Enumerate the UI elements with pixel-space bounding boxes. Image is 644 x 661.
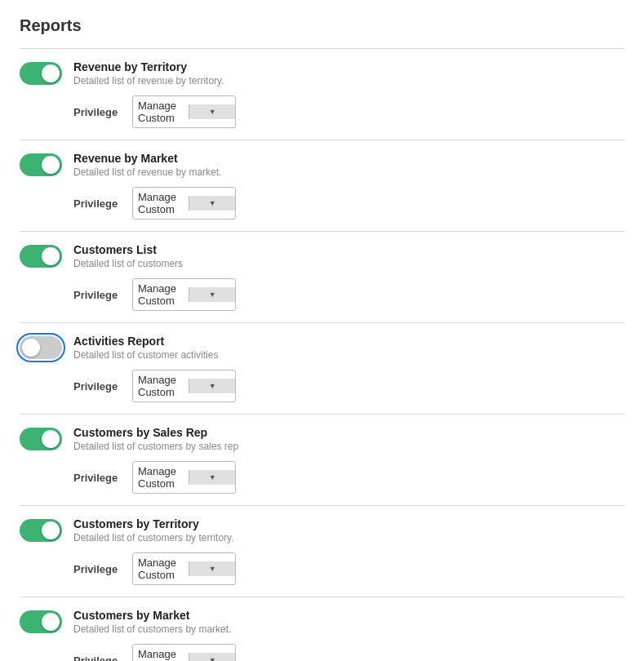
toggle-knob-customers-by-sales-rep (42, 430, 60, 448)
privilege-row-customers-by-market: PrivilegeManage Custom▼ (73, 644, 624, 661)
report-header-revenue-by-market: Revenue by MarketDetailed list of revenu… (20, 152, 624, 179)
toggle-revenue-by-territory[interactable] (20, 62, 62, 85)
toggle-customers-by-sales-rep[interactable] (20, 428, 62, 450)
report-item-customers-by-sales-rep: Customers by Sales RepDetailed list of c… (20, 414, 624, 505)
toggle-knob-revenue-by-market (42, 156, 60, 174)
toggle-knob-revenue-by-territory (42, 64, 60, 82)
privilege-select-activities-report[interactable]: Manage Custom▼ (132, 370, 236, 402)
privilege-row-activities-report: PrivilegeManage Custom▼ (73, 370, 624, 402)
privilege-row-revenue-by-territory: PrivilegeManage Custom▼ (73, 95, 624, 128)
privilege-value-customers-list: Manage Custom (138, 282, 184, 307)
report-name-customers-by-sales-rep: Customers by Sales Rep (73, 426, 624, 439)
privilege-label-activities-report: Privilege (73, 380, 122, 393)
report-item-customers-by-territory: Customers by TerritoryDetailed list of c… (20, 505, 624, 597)
report-desc-customers-list: Detailed list of customers (73, 258, 624, 269)
toggle-wrapper-customers-by-market (20, 610, 62, 636)
privilege-row-customers-by-sales-rep: PrivilegeManage Custom▼ (73, 461, 624, 494)
dropdown-arrow-revenue-by-territory: ▼ (189, 104, 235, 119)
report-item-revenue-by-territory: Revenue by TerritoryDetailed list of rev… (20, 48, 624, 140)
toggle-knob-customers-by-territory (42, 521, 60, 539)
privilege-value-customers-by-sales-rep: Manage Custom (138, 465, 184, 490)
toggle-wrapper-customers-by-territory (20, 519, 62, 544)
report-desc-revenue-by-territory: Detailed list of revenue by territory. (73, 75, 624, 87)
report-name-customers-by-territory: Customers by Territory (73, 517, 624, 530)
privilege-label-customers-by-sales-rep: Privilege (73, 472, 122, 484)
report-name-revenue-by-market: Revenue by Market (73, 152, 624, 165)
dropdown-arrow-customers-by-sales-rep: ▼ (189, 470, 235, 485)
privilege-row-revenue-by-market: PrivilegeManage Custom▼ (73, 187, 624, 220)
report-name-revenue-by-territory: Revenue by Territory (73, 60, 624, 73)
privilege-value-revenue-by-territory: Manage Custom (138, 100, 184, 124)
report-item-customers-list: Customers ListDetailed list of customers… (20, 231, 624, 322)
report-name-activities-report: Activities Report (73, 335, 624, 348)
toggle-wrapper-revenue-by-territory (20, 62, 62, 87)
report-name-customers-by-market: Customers by Market (73, 609, 624, 622)
dropdown-arrow-customers-list: ▼ (189, 287, 235, 302)
privilege-row-customers-by-territory: PrivilegeManage Custom▼ (73, 552, 624, 585)
report-header-customers-by-sales-rep: Customers by Sales RepDetailed list of c… (20, 426, 624, 453)
toggle-wrapper-activities-report (20, 336, 62, 362)
toggle-wrapper-customers-by-sales-rep (20, 428, 62, 453)
privilege-select-customers-by-sales-rep[interactable]: Manage Custom▼ (132, 461, 236, 494)
report-text-customers-list: Customers ListDetailed list of customers (73, 243, 624, 269)
toggle-knob-customers-list (42, 247, 60, 265)
report-header-activities-report: Activities ReportDetailed list of custom… (20, 335, 624, 362)
privilege-value-customers-by-territory: Manage Custom (138, 557, 184, 581)
privilege-select-customers-by-market[interactable]: Manage Custom▼ (132, 644, 236, 661)
privilege-label-revenue-by-market: Privilege (73, 197, 122, 210)
report-header-revenue-by-territory: Revenue by TerritoryDetailed list of rev… (20, 60, 624, 87)
privilege-value-customers-by-market: Manage Custom (138, 648, 184, 661)
dropdown-arrow-customers-by-market: ▼ (189, 653, 235, 661)
privilege-label-customers-by-territory: Privilege (73, 563, 122, 575)
privilege-label-customers-by-market: Privilege (73, 654, 122, 662)
dropdown-arrow-revenue-by-market: ▼ (189, 196, 235, 211)
page-title: Reports (20, 16, 624, 35)
toggle-wrapper-customers-list (20, 245, 62, 270)
report-item-revenue-by-market: Revenue by MarketDetailed list of revenu… (20, 140, 624, 231)
report-name-customers-list: Customers List (73, 243, 624, 256)
report-text-activities-report: Activities ReportDetailed list of custom… (73, 335, 624, 361)
privilege-select-revenue-by-territory[interactable]: Manage Custom▼ (132, 95, 236, 128)
dropdown-arrow-activities-report: ▼ (189, 379, 235, 393)
report-text-revenue-by-territory: Revenue by TerritoryDetailed list of rev… (73, 60, 624, 87)
privilege-value-activities-report: Manage Custom (138, 374, 184, 398)
toggle-customers-list[interactable] (20, 245, 62, 268)
report-text-revenue-by-market: Revenue by MarketDetailed list of revenu… (73, 152, 624, 178)
toggle-knob-customers-by-market (42, 613, 60, 631)
dropdown-arrow-customers-by-territory: ▼ (189, 561, 235, 576)
report-item-customers-by-market: Customers by MarketDetailed list of cust… (20, 597, 624, 661)
toggle-customers-by-territory[interactable] (20, 519, 62, 542)
report-text-customers-by-territory: Customers by TerritoryDetailed list of c… (73, 517, 624, 543)
privilege-select-revenue-by-market[interactable]: Manage Custom▼ (132, 187, 236, 220)
report-header-customers-list: Customers ListDetailed list of customers (20, 243, 624, 270)
report-header-customers-by-market: Customers by MarketDetailed list of cust… (20, 609, 624, 636)
report-desc-activities-report: Detailed list of customer activities (73, 349, 624, 361)
toggle-wrapper-revenue-by-market (20, 153, 62, 179)
privilege-select-customers-list[interactable]: Manage Custom▼ (132, 278, 236, 311)
toggle-customers-by-market[interactable] (20, 610, 62, 633)
toggle-activities-report[interactable] (20, 336, 62, 359)
toggle-knob-activities-report (22, 339, 40, 357)
report-desc-customers-by-sales-rep: Detailed list of customers by sales rep (73, 441, 624, 452)
reports-page: Reports Revenue by TerritoryDetailed lis… (0, 0, 644, 661)
report-text-customers-by-market: Customers by MarketDetailed list of cust… (73, 609, 624, 635)
report-text-customers-by-sales-rep: Customers by Sales RepDetailed list of c… (73, 426, 624, 452)
privilege-select-customers-by-territory[interactable]: Manage Custom▼ (132, 552, 236, 585)
privilege-row-customers-list: PrivilegeManage Custom▼ (73, 278, 624, 311)
report-desc-customers-by-market: Detailed list of customers by market. (73, 623, 624, 635)
privilege-label-customers-list: Privilege (73, 289, 122, 301)
toggle-revenue-by-market[interactable] (20, 153, 62, 176)
report-header-customers-by-territory: Customers by TerritoryDetailed list of c… (20, 517, 624, 544)
report-item-activities-report: Activities ReportDetailed list of custom… (20, 322, 624, 414)
report-desc-customers-by-territory: Detailed list of customers by territory. (73, 532, 624, 543)
report-desc-revenue-by-market: Detailed list of revenue by market. (73, 166, 624, 178)
privilege-value-revenue-by-market: Manage Custom (138, 191, 184, 215)
privilege-label-revenue-by-territory: Privilege (73, 106, 122, 118)
reports-list: Revenue by TerritoryDetailed list of rev… (20, 48, 624, 661)
